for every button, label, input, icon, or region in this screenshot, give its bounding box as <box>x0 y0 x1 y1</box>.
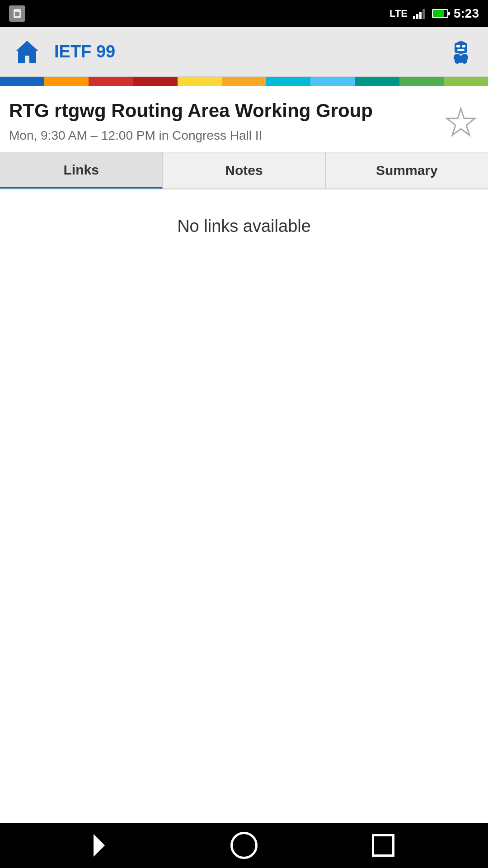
svg-rect-14 <box>456 45 460 47</box>
tabs-container: Links Notes Summary <box>0 152 488 189</box>
svg-rect-5 <box>422 9 425 19</box>
svg-rect-19 <box>454 56 468 59</box>
svg-marker-6 <box>16 41 38 63</box>
session-datetime: Mon, 9:30 AM – 12:00 PM in Congress Hall… <box>9 128 443 143</box>
app-bar: IETF 99 <box>0 27 488 77</box>
app-title: IETF 99 <box>45 42 443 61</box>
status-indicators: LTE 5:23 <box>389 6 479 21</box>
svg-rect-16 <box>457 49 465 51</box>
color-stripe <box>0 77 488 86</box>
status-bar: LTE 5:23 <box>0 0 488 27</box>
stripe-3 <box>89 77 133 86</box>
session-text-block: RTG rtgwg Routing Area Working Group Mon… <box>9 99 443 143</box>
no-links-message: No links available <box>177 217 311 236</box>
tab-summary[interactable]: Summary <box>326 152 488 189</box>
svg-rect-15 <box>462 45 465 47</box>
svg-rect-3 <box>416 14 418 19</box>
stripe-4 <box>133 77 178 86</box>
back-button[interactable] <box>94 834 116 857</box>
stripe-10 <box>399 77 444 86</box>
stripe-11 <box>444 77 488 86</box>
stripe-2 <box>44 77 89 86</box>
main-content: IETF 99 <box>0 27 488 823</box>
battery-icon <box>432 9 448 18</box>
session-title: RTG rtgwg Routing Area Working Group <box>9 99 443 122</box>
stripe-6 <box>222 77 266 86</box>
stripe-7 <box>266 77 310 86</box>
lte-label: LTE <box>389 8 408 19</box>
home-nav-button[interactable] <box>230 832 258 859</box>
signal-strength-icon <box>413 8 427 19</box>
stripe-8 <box>310 77 355 86</box>
svg-rect-2 <box>413 16 415 19</box>
recent-apps-button[interactable] <box>372 834 394 857</box>
tab-notes[interactable]: Notes <box>163 152 325 189</box>
session-info: RTG rtgwg Routing Area Working Group Mon… <box>0 86 488 152</box>
svg-marker-20 <box>447 108 475 135</box>
stripe-9 <box>355 77 399 86</box>
stripe-5 <box>178 77 222 86</box>
time-display: 5:23 <box>454 6 479 21</box>
sim-icon <box>9 5 25 22</box>
content-area: No links available <box>0 189 488 823</box>
svg-rect-13 <box>455 43 467 53</box>
bottom-nav <box>0 823 488 868</box>
settings-button[interactable] <box>443 34 479 70</box>
svg-rect-4 <box>419 12 422 19</box>
tab-links[interactable]: Links <box>0 152 163 189</box>
home-button[interactable] <box>9 34 45 70</box>
stripe-1 <box>0 77 44 86</box>
svg-rect-1 <box>15 12 19 16</box>
favorite-button[interactable] <box>443 104 479 140</box>
sim-indicator <box>9 0 25 27</box>
